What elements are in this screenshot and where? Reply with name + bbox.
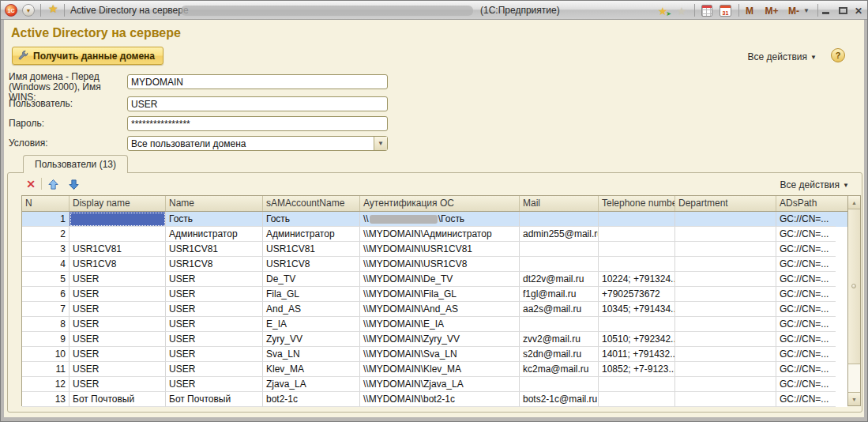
column-header[interactable]: Mail bbox=[520, 196, 599, 211]
table-cell[interactable] bbox=[675, 287, 776, 302]
table-cell[interactable]: zvv2@mail.ru bbox=[520, 332, 599, 347]
table-cell[interactable] bbox=[675, 257, 776, 272]
table-cell[interactable]: USER bbox=[70, 272, 166, 287]
table-row[interactable]: 5USERUSERDe_TV\\MYDOMAIN\De_TVdt22v@mail… bbox=[22, 272, 847, 287]
table-cell[interactable]: USER bbox=[166, 302, 263, 317]
table-cell[interactable]: Fila_GL bbox=[263, 287, 360, 302]
table-cell[interactable]: GC://CN=... bbox=[776, 272, 836, 287]
all-actions-menu-top[interactable]: Все действия ▼ bbox=[748, 51, 817, 62]
table-cell[interactable]: USR1CV8 bbox=[166, 257, 263, 272]
table-cell[interactable]: \\MYDOMAIN\Klev_MA bbox=[360, 362, 520, 377]
delete-row-button[interactable]: ✕ bbox=[24, 177, 38, 191]
table-cell[interactable]: 13 bbox=[22, 392, 70, 407]
table-cell[interactable] bbox=[520, 317, 599, 332]
table-cell[interactable]: 14011; +791432... bbox=[599, 347, 675, 362]
table-cell[interactable] bbox=[520, 257, 599, 272]
table-cell[interactable]: USER bbox=[166, 347, 263, 362]
table-cell[interactable]: USER bbox=[166, 362, 263, 377]
table-cell[interactable]: 7 bbox=[22, 302, 70, 317]
table-cell[interactable]: Sva_LN bbox=[263, 347, 360, 362]
main-menu-button[interactable]: ▼ bbox=[22, 4, 35, 17]
calculator-icon[interactable] bbox=[701, 5, 712, 17]
table-cell[interactable]: GC://CN=... bbox=[776, 377, 836, 392]
maximize-button[interactable] bbox=[836, 4, 850, 17]
table-cell[interactable]: \\MYDOMAIN\USR1CV81 bbox=[360, 242, 520, 257]
table-cell[interactable] bbox=[599, 392, 675, 407]
table-row[interactable]: 3USR1CV81USR1CV81USR1CV81\\MYDOMAIN\USR1… bbox=[22, 242, 847, 257]
scroll-up-button[interactable]: ▲ bbox=[848, 196, 860, 209]
table-cell[interactable]: admin255@mail.ru bbox=[520, 227, 599, 242]
table-cell[interactable] bbox=[70, 212, 166, 227]
tab-users[interactable]: Пользователи (13) bbox=[23, 155, 128, 173]
column-header[interactable]: Аутентификация ОС bbox=[360, 196, 520, 211]
table-cell[interactable]: \\MYDOMAIN\E_IA bbox=[360, 317, 520, 332]
table-cell[interactable]: 10224; +791324... bbox=[599, 272, 675, 287]
table-cell[interactable] bbox=[675, 242, 776, 257]
table-cell[interactable] bbox=[675, 227, 776, 242]
table-cell[interactable]: USER bbox=[70, 347, 166, 362]
table-cell[interactable] bbox=[599, 377, 675, 392]
table-cell[interactable]: GC://CN=... bbox=[776, 362, 836, 377]
column-header[interactable]: Name bbox=[166, 196, 263, 211]
table-cell[interactable] bbox=[675, 392, 776, 407]
table-cell[interactable]: 12 bbox=[22, 377, 70, 392]
table-cell[interactable]: 10510; +792342... bbox=[599, 332, 675, 347]
table-cell[interactable]: USER bbox=[166, 272, 263, 287]
table-cell[interactable]: 10345; +791434... bbox=[599, 302, 675, 317]
table-cell[interactable]: aa2s@mail.ru bbox=[520, 302, 599, 317]
table-cell[interactable]: And_AS bbox=[263, 302, 360, 317]
table-cell[interactable]: Klev_MA bbox=[263, 362, 360, 377]
table-cell[interactable]: 8 bbox=[22, 317, 70, 332]
table-cell[interactable] bbox=[520, 212, 599, 227]
table-cell[interactable]: Администратор bbox=[166, 227, 263, 242]
table-row[interactable]: 1ГостьГость\\\ГостьGC://CN=... bbox=[22, 212, 847, 227]
table-cell[interactable]: USER bbox=[166, 332, 263, 347]
memory-m-button[interactable]: M bbox=[742, 4, 757, 17]
table-cell[interactable]: \\MYDOMAIN\Sva_LN bbox=[360, 347, 520, 362]
table-cell[interactable]: USER bbox=[166, 287, 263, 302]
scrollbar-track[interactable] bbox=[848, 364, 860, 392]
column-header[interactable]: Department bbox=[675, 196, 776, 211]
table-cell[interactable] bbox=[599, 212, 675, 227]
table-row[interactable]: 7USERUSERAnd_AS\\MYDOMAIN\And_ASaa2s@mai… bbox=[22, 302, 847, 317]
table-cell[interactable]: kc2ma@mail.ru bbox=[520, 362, 599, 377]
table-cell[interactable]: 3 bbox=[22, 242, 70, 257]
table-cell[interactable] bbox=[599, 242, 675, 257]
combo-dropdown-button[interactable]: ▼ bbox=[374, 137, 387, 150]
table-cell[interactable]: GC://CN=... bbox=[776, 332, 836, 347]
table-cell[interactable]: GC://CN=... bbox=[776, 392, 836, 407]
add-favorite-icon[interactable]: ★ ➤ bbox=[656, 4, 670, 17]
table-cell[interactable]: USER bbox=[70, 377, 166, 392]
column-header[interactable]: Telephone number bbox=[599, 196, 675, 211]
table-cell[interactable]: E_IA bbox=[263, 317, 360, 332]
password-input[interactable] bbox=[127, 116, 388, 131]
table-cell[interactable]: GC://CN=... bbox=[776, 317, 836, 332]
table-cell[interactable] bbox=[70, 227, 166, 242]
table-row[interactable]: 2АдминистраторАдминистратор\\MYDOMAIN\Ад… bbox=[22, 227, 847, 242]
table-cell[interactable]: \\MYDOMAIN\De_TV bbox=[360, 272, 520, 287]
table-cell[interactable] bbox=[675, 212, 776, 227]
table-cell[interactable] bbox=[520, 242, 599, 257]
table-cell[interactable]: bot2-1c bbox=[263, 392, 360, 407]
table-row[interactable]: 13Бот ПочтовыйБот Почтовыйbot2-1c\\MYDOM… bbox=[22, 392, 847, 407]
table-cell[interactable] bbox=[675, 272, 776, 287]
get-domain-data-button[interactable]: Получить данные домена bbox=[12, 47, 163, 65]
table-cell[interactable]: USER bbox=[166, 377, 263, 392]
table-cell[interactable]: 10852; +7-9123... bbox=[599, 362, 675, 377]
table-cell[interactable]: USER bbox=[70, 302, 166, 317]
table-cell[interactable]: \\MYDOMAIN\bot2-1c bbox=[360, 392, 520, 407]
table-cell[interactable]: USER bbox=[70, 317, 166, 332]
column-header[interactable]: ADsPath bbox=[776, 196, 836, 211]
table-cell[interactable]: USER bbox=[70, 287, 166, 302]
table-cell[interactable]: 5 bbox=[22, 272, 70, 287]
column-header[interactable]: Display name bbox=[70, 196, 166, 211]
table-cell[interactable] bbox=[675, 302, 776, 317]
table-cell[interactable] bbox=[675, 332, 776, 347]
table-row[interactable]: 8USERUSERE_IA\\MYDOMAIN\E_IAGC://CN=... bbox=[22, 317, 847, 332]
table-cell[interactable]: \\MYDOMAIN\Администратор bbox=[360, 227, 520, 242]
table-row[interactable]: 10USERUSERSva_LN\\MYDOMAIN\Sva_LNs2dn@ma… bbox=[22, 347, 847, 362]
table-cell[interactable]: De_TV bbox=[263, 272, 360, 287]
table-cell[interactable]: +7902573672 bbox=[599, 287, 675, 302]
column-header[interactable]: sAMAccountName bbox=[263, 196, 360, 211]
1c-logo-icon[interactable]: 1С bbox=[5, 4, 17, 17]
